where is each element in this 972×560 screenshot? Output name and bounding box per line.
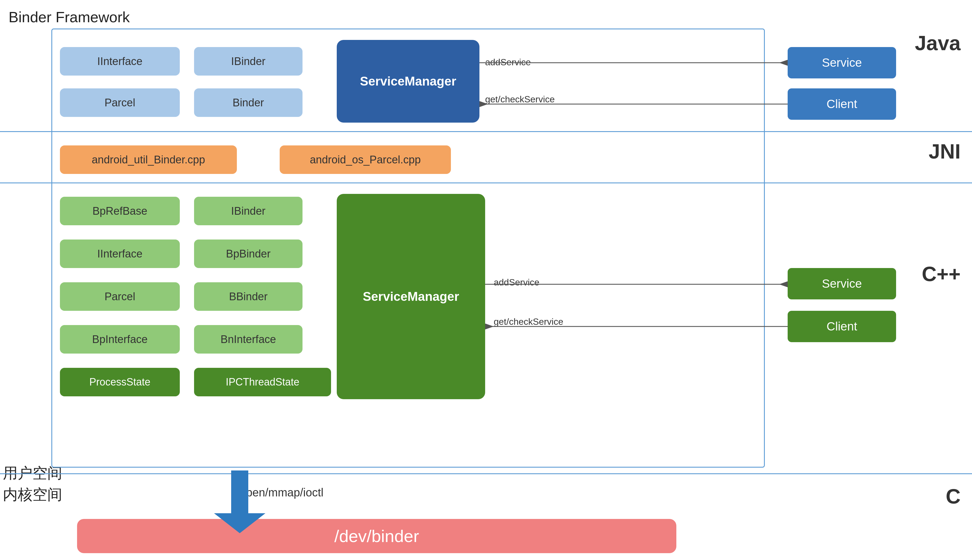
cpp-bpbinder-pill: BpBinder (194, 240, 303, 268)
cpp-bninterface-pill: BnInterface (194, 325, 303, 353)
cpp-ipcthreadstate-pill: IPCThreadState (194, 368, 331, 396)
cpp-bpinterface-pill: BpInterface (60, 325, 180, 353)
c-label: C (946, 485, 960, 508)
page-title: Binder Framework (8, 8, 130, 26)
cpp-parcel-pill: Parcel (60, 282, 180, 311)
kernel-arrow-label: open/mmap/ioctl (240, 486, 323, 499)
cpp-processstate-pill: ProcessState (60, 368, 180, 396)
java-get-check-label: get/checkService (485, 94, 555, 105)
cpp-label: C++ (922, 262, 960, 286)
cpp-add-service-label: addService (494, 277, 539, 288)
cpp-bbinder-pill: BBinder (194, 282, 303, 311)
kernel-space-label: 内核空间 (3, 485, 62, 505)
java-add-service-label: addService (485, 57, 531, 68)
java-label: Java (915, 32, 960, 55)
cpp-get-check-label: get/checkService (494, 317, 563, 327)
divider-userspace-kernel (0, 473, 972, 474)
cpp-iinterface-pill: IInterface (60, 240, 180, 268)
java-service-box: Service (788, 47, 896, 78)
java-client-box: Client (788, 88, 896, 120)
java-binder-pill: Binder (194, 88, 303, 117)
cpp-service-box: Service (788, 268, 896, 299)
jni-os-parcel-pill: android_os_Parcel.cpp (280, 145, 451, 174)
cpp-service-manager: ServiceManager (337, 194, 485, 399)
java-parcel-pill: Parcel (60, 88, 180, 117)
jni-util-binder-pill: android_util_Binder.cpp (60, 145, 237, 174)
dev-binder-box: /dev/binder (77, 519, 676, 553)
cpp-bprefbase-pill: BpRefBase (60, 197, 180, 225)
cpp-client-box: Client (788, 311, 896, 342)
cpp-ibinder-pill: IBinder (194, 197, 303, 225)
java-iinterface-pill: IInterface (60, 47, 180, 75)
divider-java-jni (0, 131, 972, 132)
divider-jni-cpp (0, 182, 972, 183)
jni-label: JNI (929, 140, 960, 163)
java-ibinder-pill: IBinder (194, 47, 303, 75)
java-service-manager: ServiceManager (337, 40, 479, 123)
